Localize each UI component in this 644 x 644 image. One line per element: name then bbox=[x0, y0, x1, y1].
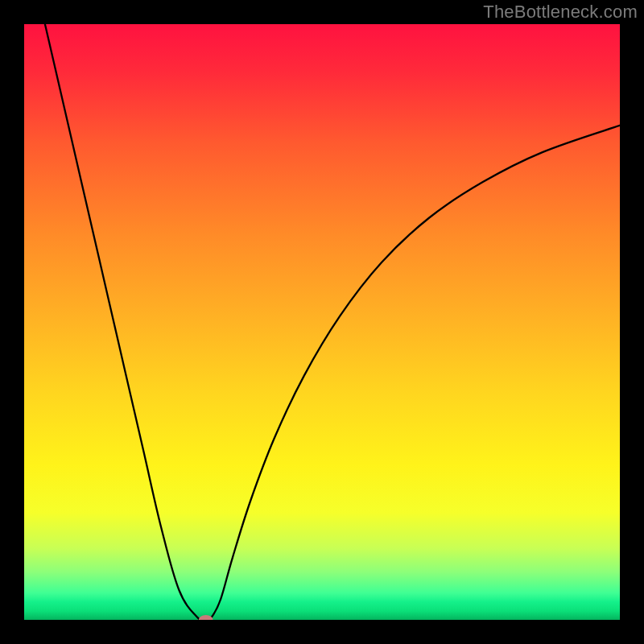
watermark-text: TheBottleneck.com bbox=[483, 2, 638, 23]
chart-frame: TheBottleneck.com bbox=[0, 0, 644, 644]
chart-svg bbox=[24, 24, 620, 620]
plot-area bbox=[24, 24, 620, 620]
